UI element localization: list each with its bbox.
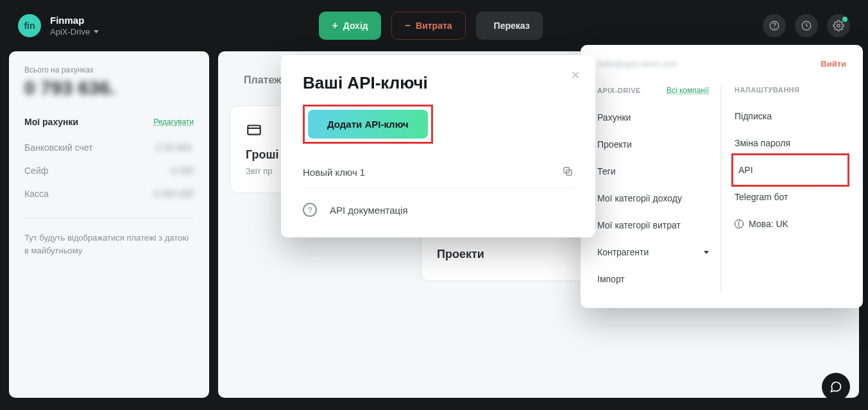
- flyout-col-settings: НАЛАШТУВАННЯ Підписка Зміна пароля API T…: [720, 86, 846, 293]
- chevron-down-icon: [704, 251, 709, 254]
- transfer-label: Переказ: [494, 21, 530, 31]
- wallet-icon: [246, 121, 262, 138]
- flyout-item-language[interactable]: Мова: UK: [735, 210, 846, 237]
- api-doc-label: API документація: [330, 205, 408, 216]
- expense-label: Витрата: [416, 21, 452, 31]
- flyout-item-label: Контрагенти: [597, 247, 649, 257]
- account-name: Касса: [24, 189, 49, 199]
- question-icon: ?: [303, 203, 317, 217]
- logout-link[interactable]: Вийти: [821, 59, 846, 69]
- account-name: Банковский счет: [24, 142, 93, 153]
- brand-logo: fin: [18, 14, 41, 37]
- workspace-name: ApiX-Drive: [50, 27, 90, 37]
- sidebar-divider: [24, 218, 194, 219]
- account-balance: 0 000: [171, 166, 194, 176]
- flyout-col-title: APIX-DRIVE: [597, 87, 641, 94]
- all-companies-link[interactable]: Всі компанії: [667, 86, 709, 95]
- settings-button[interactable]: [827, 14, 850, 37]
- svg-rect-3: [248, 126, 260, 135]
- flyout-item-subscription[interactable]: Підписка: [735, 103, 846, 130]
- help-button[interactable]: [763, 14, 786, 37]
- flyout-item-import[interactable]: Імпорт: [597, 266, 709, 293]
- flyout-item-change-password[interactable]: Зміна пароля: [735, 130, 846, 157]
- account-balance: 0 000 000: [154, 189, 194, 199]
- add-api-key-button[interactable]: Додати API-ключ: [308, 110, 428, 139]
- flyout-item-projects[interactable]: Проекти: [597, 131, 709, 158]
- accounts-label: Мої рахунки: [24, 117, 78, 127]
- income-button[interactable]: + Дохід: [319, 12, 380, 40]
- card-title: Проекти: [437, 248, 584, 261]
- language-label: Мова: UK: [749, 219, 788, 229]
- income-label: Дохід: [343, 21, 368, 31]
- workspace-switcher[interactable]: ApiX-Drive: [50, 27, 99, 37]
- flyout-head: hello@apix-drive.com Вийти: [597, 59, 846, 69]
- user-email: hello@apix-drive.com: [597, 59, 677, 69]
- brand-name: Finmap: [50, 15, 99, 26]
- add-key-highlight: Додати API-ключ: [303, 105, 433, 144]
- minus-icon: −: [405, 20, 411, 31]
- chevron-down-icon: [94, 30, 99, 33]
- top-actions: + Дохід − Витрата Переказ: [319, 12, 542, 40]
- svg-point-1: [774, 28, 775, 28]
- account-row[interactable]: Касса 0 000 000: [24, 182, 194, 205]
- topbar: fin Finmap ApiX-Drive + Дохід − Витрата …: [0, 0, 868, 51]
- flyout-item-expense-cats[interactable]: Мої категорії витрат: [597, 212, 709, 239]
- brand-block: Finmap ApiX-Drive: [50, 15, 99, 37]
- api-doc-row[interactable]: ? API документація: [303, 189, 574, 219]
- transfer-button[interactable]: Переказ: [476, 12, 543, 40]
- modal-title: Ваші API-ключі: [303, 73, 574, 93]
- account-name: Сейф: [24, 166, 48, 176]
- flyout-item-accounts[interactable]: Рахунки: [597, 104, 709, 131]
- accounts-edit-link[interactable]: Редагувати: [153, 117, 194, 126]
- chat-button[interactable]: [822, 373, 850, 401]
- account-balance: 0 00 000.: [157, 142, 194, 153]
- balance-value: 0 793 636.: [24, 77, 194, 99]
- flyout-columns: APIX-DRIVE Всі компанії Рахунки Проекти …: [597, 86, 846, 293]
- flyout-col-header: APIX-DRIVE Всі компанії: [597, 86, 709, 95]
- account-row[interactable]: Сейф 0 000: [24, 159, 194, 182]
- settings-flyout: hello@apix-drive.com Вийти APIX-DRIVE Вс…: [581, 45, 863, 308]
- close-button[interactable]: [570, 69, 581, 83]
- copy-icon[interactable]: [562, 166, 574, 179]
- flyout-item-telegram[interactable]: Telegram бот: [735, 184, 846, 210]
- accounts-header: Мої рахунки Редагувати: [24, 117, 194, 127]
- balance-label: Всього на рахунках: [24, 65, 194, 74]
- sidebar-note: Тут будуть відображатися платежі з датою…: [24, 232, 194, 257]
- flyout-item-tags[interactable]: Теги: [597, 158, 709, 185]
- flyout-col-company: APIX-DRIVE Всі компанії Рахунки Проекти …: [597, 86, 709, 293]
- flyout-item-counterparties[interactable]: Контрагенти: [597, 239, 709, 266]
- flyout-col-header: НАЛАШТУВАННЯ: [735, 86, 846, 94]
- flyout-item-api[interactable]: API: [735, 157, 846, 184]
- account-row[interactable]: Банковский счет 0 00 000.: [24, 136, 194, 159]
- api-key-row: Новый ключ 1: [303, 157, 574, 189]
- flyout-col-title: НАЛАШТУВАННЯ: [735, 86, 799, 94]
- expense-button[interactable]: − Витрата: [391, 12, 466, 40]
- history-button[interactable]: [795, 14, 818, 37]
- plus-icon: +: [332, 20, 337, 31]
- globe-icon: [735, 219, 744, 228]
- api-key-name: Новый ключ 1: [303, 167, 365, 178]
- sidebar: Всього на рахунках 0 793 636. Мої рахунк…: [9, 51, 209, 398]
- api-keys-modal: Ваші API-ключі Додати API-ключ Новый клю…: [281, 55, 595, 237]
- flyout-item-income-cats[interactable]: Мої категорії доходу: [597, 185, 709, 212]
- top-right-icons: [763, 14, 850, 37]
- svg-point-2: [837, 24, 840, 28]
